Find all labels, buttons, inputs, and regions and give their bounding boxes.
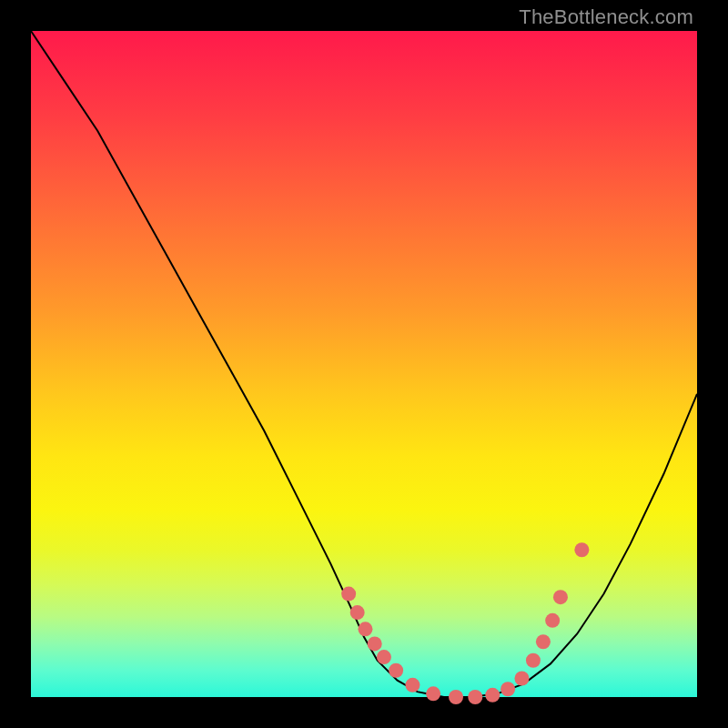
chart-frame — [31, 31, 697, 697]
chart-marker — [485, 688, 500, 703]
chart-marker — [389, 663, 403, 678]
chart-markers — [341, 542, 589, 704]
chart-svg — [31, 31, 697, 697]
chart-marker — [368, 636, 382, 651]
chart-marker — [526, 653, 541, 668]
chart-marker — [341, 587, 356, 602]
chart-marker — [426, 686, 440, 701]
chart-marker — [468, 690, 482, 704]
watermark-text: TheBottleneck.com — [519, 5, 693, 29]
chart-curve — [31, 31, 697, 697]
chart-marker — [350, 605, 365, 620]
chart-marker — [553, 590, 568, 604]
chart-marker — [500, 682, 515, 696]
chart-marker — [405, 678, 420, 693]
chart-marker — [377, 650, 391, 664]
chart-marker — [536, 634, 551, 649]
chart-marker — [449, 690, 463, 704]
chart-marker — [574, 542, 589, 557]
chart-marker — [514, 672, 529, 686]
chart-marker — [545, 613, 560, 628]
chart-marker — [358, 622, 372, 636]
